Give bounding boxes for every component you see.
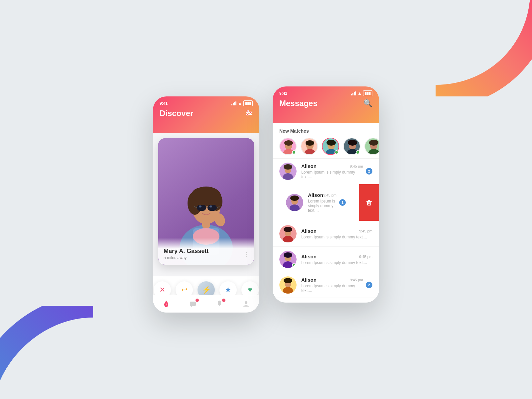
discover-phone: 9:41 ▲ ▮▮▮ Discover	[153, 96, 259, 313]
status-icons-1: ▲ ▮▮▮	[231, 100, 253, 106]
conversation-1[interactable]: Alison 9:45 pm Lorem Ipsum is simply dum…	[273, 159, 379, 184]
conv-time-2: 9:45 pm	[323, 193, 336, 197]
svg-point-5	[247, 113, 249, 115]
conv-name-row-1: Alison 9:45 pm	[301, 163, 363, 169]
conv-time-1: 9:45 pm	[350, 164, 363, 168]
match-online-1	[292, 150, 296, 154]
conversation-3[interactable]: Alison 9:45 pm Lorem Ipsum is simply dum…	[273, 221, 379, 247]
conv-preview-2: Lorem Ipsum is simply dummy text....	[308, 199, 336, 213]
profile-name: Mary A. Gassett	[164, 248, 249, 255]
bg-decoration-bottom-left	[0, 306, 93, 399]
match-online-4	[356, 150, 360, 154]
nav-messages[interactable]	[189, 300, 197, 308]
conv-preview-3: Lorem Ipsum is simply dummy text....	[301, 235, 372, 239]
battery-icon-2: ▮▮▮	[363, 90, 372, 96]
status-time-1: 9:41	[160, 101, 168, 106]
conv-avatar-2	[286, 194, 303, 211]
conv-2-inner: Alison 9:45 pm Lorem Ipsum is simply dum…	[279, 188, 352, 217]
svg-point-26	[245, 301, 247, 304]
wifi-icon-2: ▲	[357, 91, 362, 96]
match-avatar-4[interactable]	[343, 138, 360, 155]
conv-name-2: Alison	[308, 192, 323, 198]
conversation-4[interactable]: Alison 9:45 pm Lorem Ipsum is simply dum…	[273, 247, 379, 272]
nav-notifications[interactable]	[215, 300, 223, 308]
conv-time-4: 9:45 pm	[359, 255, 372, 259]
svg-point-50	[284, 164, 292, 170]
message-list: Alison 9:45 pm Lorem Ipsum is simply dum…	[273, 159, 379, 302]
conversation-2[interactable]: Alison 9:45 pm Lorem Ipsum is simply dum…	[273, 184, 379, 221]
conv-name-1: Alison	[301, 163, 317, 169]
svg-point-42	[348, 140, 357, 146]
filter-icon[interactable]	[245, 109, 253, 118]
svg-rect-16	[197, 205, 206, 211]
bg-decoration-top-right	[436, 0, 532, 96]
conv-name-4: Alison	[301, 254, 317, 259]
conv-avatar-1	[279, 163, 297, 180]
svg-point-4	[250, 112, 251, 113]
status-icons-2: ▲ ▮▮▮	[351, 90, 372, 96]
card-menu-dots[interactable]: ⋮	[243, 251, 249, 258]
match-avatar-2[interactable]	[301, 138, 318, 155]
conv-content-1: Alison 9:45 pm Lorem Ipsum is simply dum…	[301, 163, 363, 179]
match-avatar-1[interactable]	[279, 138, 297, 155]
conv-content-5: Alison 9:45 pm Lorem Ipsum is simply dum…	[301, 277, 363, 293]
svg-point-30	[284, 140, 293, 146]
wifi-icon: ▲	[238, 101, 242, 106]
messages-badge	[196, 299, 199, 302]
conv-time-3: 9:45 pm	[359, 229, 372, 233]
svg-point-54	[290, 196, 299, 201]
notifications-badge	[222, 299, 225, 302]
svg-point-34	[306, 140, 314, 146]
svg-point-21	[199, 205, 201, 207]
search-icon[interactable]: 🔍	[363, 99, 372, 108]
conv-name-5: Alison	[301, 277, 317, 283]
svg-point-67	[284, 252, 292, 258]
svg-point-38	[327, 140, 336, 146]
battery-icon: ▮▮▮	[243, 100, 253, 106]
conv-badge-1: 2	[366, 168, 372, 175]
conv-name-row-4: Alison 9:45 pm	[301, 254, 372, 259]
status-bar-1: 9:41 ▲ ▮▮▮	[160, 96, 253, 109]
signal-icon-2	[351, 91, 356, 95]
conversation-5[interactable]: Alison 9:45 pm Lorem Ipsum is simply dum…	[273, 272, 379, 298]
svg-point-63	[284, 227, 292, 232]
conversation-6[interactable]: Alison 9:45 pm Lorem Ipsum is simply dum…	[273, 298, 379, 302]
conv-preview-1: Lorem Ipsum is simply dummy text....	[301, 170, 363, 179]
conv-preview-4: Lorem Ipsum is simply dummy text....	[301, 260, 372, 265]
conv-avatar-5	[279, 276, 297, 294]
new-matches-section: New Matches	[273, 123, 379, 159]
conv-content-3: Alison 9:45 pm Lorem Ipsum is simply dum…	[301, 228, 372, 239]
svg-point-15	[192, 188, 211, 202]
card-area: Mary A. Gassett 5 miles away ⋮	[153, 133, 259, 276]
phones-wrapper: 9:41 ▲ ▮▮▮ Discover	[153, 86, 379, 313]
conv-name-row-3: Alison 9:45 pm	[301, 228, 372, 234]
svg-point-3	[247, 110, 249, 112]
match-avatar-5[interactable]	[364, 138, 379, 155]
conv-name-row-2: Alison 9:45 pm	[308, 192, 336, 198]
signal-icon	[231, 101, 236, 105]
profile-card[interactable]: Mary A. Gassett 5 miles away ⋮	[158, 138, 254, 265]
match-online-3	[334, 150, 338, 154]
messages-phone: 9:41 ▲ ▮▮▮ Messages 🔍	[273, 86, 379, 303]
messages-header: 9:41 ▲ ▮▮▮ Messages 🔍	[273, 86, 379, 123]
status-time-2: 9:41	[279, 91, 287, 96]
profile-icon	[242, 300, 250, 308]
match-circle-2	[301, 138, 318, 155]
discover-title-row: Discover	[160, 109, 253, 118]
delete-button-2[interactable]	[359, 184, 379, 221]
svg-rect-24	[190, 302, 196, 306]
svg-rect-55	[367, 201, 371, 205]
nav-discover[interactable]	[162, 300, 170, 308]
new-matches-title: New Matches	[279, 128, 372, 134]
nav-profile[interactable]	[242, 300, 250, 308]
svg-rect-17	[207, 205, 217, 211]
svg-rect-25	[219, 305, 220, 306]
conv-preview-5: Lorem Ipsum is simply dummy text....	[301, 284, 363, 293]
status-bar-2: 9:41 ▲ ▮▮▮	[279, 86, 372, 99]
match-avatar-3[interactable]	[322, 138, 339, 155]
match-circle-5	[364, 138, 379, 155]
online-dot-4	[292, 263, 296, 267]
messages-title-row: Messages 🔍	[279, 99, 372, 108]
messages-title: Messages	[279, 99, 318, 108]
flame-icon	[162, 300, 170, 308]
